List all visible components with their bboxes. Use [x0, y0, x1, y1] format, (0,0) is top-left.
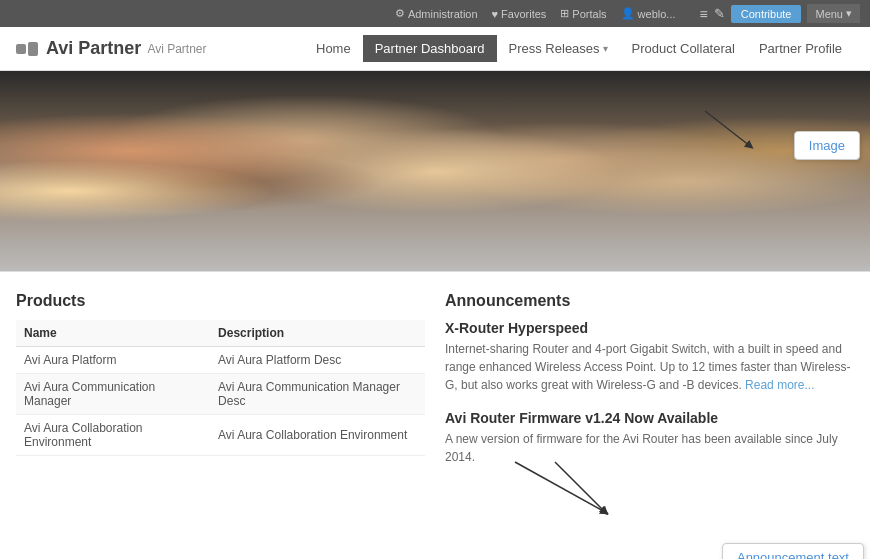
product-description: Avi Aura Communication Manager Desc: [210, 374, 425, 415]
admin-bar-right: ≡ ✎ Contribute Menu ▾: [700, 4, 860, 23]
ann-callout-wrapper: Announcement text: [445, 482, 854, 542]
svg-line-0: [705, 111, 750, 146]
announcement-text: Internet-sharing Router and 4-port Gigab…: [445, 340, 854, 394]
hero-photo: [0, 71, 870, 271]
announcement-title: X-Router Hyperspeed: [445, 320, 854, 336]
announcement-callout: Announcement text: [722, 543, 864, 559]
nav-press-releases[interactable]: Press Releases ▾: [497, 35, 620, 62]
admin-bar-links: ⚙ Administration ♥ Favorites ⊞ Portals 👤…: [395, 7, 676, 20]
svg-line-1: [515, 462, 605, 512]
admin-link-user[interactable]: 👤 weblo...: [621, 7, 676, 20]
announcements-list: X-Router HyperspeedInternet-sharing Rout…: [445, 320, 854, 466]
grid-icon: ≡: [700, 6, 708, 22]
brand-name: Avi Partner: [46, 38, 141, 59]
svg-line-2: [555, 462, 605, 512]
admin-link-portals[interactable]: ⊞ Portals: [560, 7, 606, 20]
image-callout: Image: [794, 131, 860, 160]
table-row: Avi Aura Platform Avi Aura Platform Desc: [16, 347, 425, 374]
heart-icon: ♥: [492, 8, 499, 20]
gear-icon: ⚙: [395, 7, 405, 20]
product-name: Avi Aura Platform: [16, 347, 210, 374]
product-name: Avi Aura Communication Manager: [16, 374, 210, 415]
admin-link-administration[interactable]: ⚙ Administration: [395, 7, 478, 20]
products-table: Name Description Avi Aura Platform Avi A…: [16, 320, 425, 456]
image-callout-arrow: [695, 106, 765, 151]
nav-product-collateral[interactable]: Product Collateral: [620, 35, 747, 62]
edit-icon: ✎: [714, 6, 725, 21]
contribute-button[interactable]: Contribute: [731, 5, 802, 23]
nav-press-releases-dropdown: Press Releases ▾: [497, 35, 620, 62]
portals-icon: ⊞: [560, 7, 569, 20]
nav-partner-profile[interactable]: Partner Profile: [747, 35, 854, 62]
announcement-callout-arrow: [505, 452, 635, 522]
table-row: Avi Aura Collaboration Environment Avi A…: [16, 415, 425, 456]
user-icon: 👤: [621, 7, 635, 20]
product-description: Avi Aura Collaboration Environment: [210, 415, 425, 456]
admin-bar: ⚙ Administration ♥ Favorites ⊞ Portals 👤…: [0, 0, 870, 27]
chevron-down-icon: ▾: [603, 43, 608, 54]
menu-button[interactable]: Menu ▾: [807, 4, 860, 23]
brand-logo: Avi Partner Avi Partner: [16, 38, 207, 59]
brand-bar: Avi Partner Avi Partner Home Partner Das…: [0, 27, 870, 71]
hero-image: Image: [0, 71, 870, 271]
products-col-description: Description: [210, 320, 425, 347]
logo-icon: [16, 40, 40, 58]
nav-partner-dashboard[interactable]: Partner Dashboard: [363, 35, 497, 62]
announcements-section: Announcements X-Router HyperspeedInterne…: [445, 292, 854, 542]
products-section: Products Name Description Avi Aura Platf…: [16, 292, 425, 456]
read-more-link[interactable]: Read more...: [745, 378, 814, 392]
nav-home[interactable]: Home: [304, 35, 363, 62]
main-nav: Home Partner Dashboard Press Releases ▾ …: [304, 35, 854, 62]
products-col-name: Name: [16, 320, 210, 347]
product-description: Avi Aura Platform Desc: [210, 347, 425, 374]
product-name: Avi Aura Collaboration Environment: [16, 415, 210, 456]
announcements-title: Announcements: [445, 292, 854, 310]
admin-link-favorites[interactable]: ♥ Favorites: [492, 8, 547, 20]
chevron-down-icon: ▾: [846, 7, 852, 20]
brand-sub-name: Avi Partner: [147, 42, 206, 56]
products-title: Products: [16, 292, 425, 310]
announcement-title: Avi Router Firmware v1.24 Now Available: [445, 410, 854, 426]
announcement-item: X-Router HyperspeedInternet-sharing Rout…: [445, 320, 854, 394]
main-content: Products Name Description Avi Aura Platf…: [0, 272, 870, 559]
table-row: Avi Aura Communication Manager Avi Aura …: [16, 374, 425, 415]
